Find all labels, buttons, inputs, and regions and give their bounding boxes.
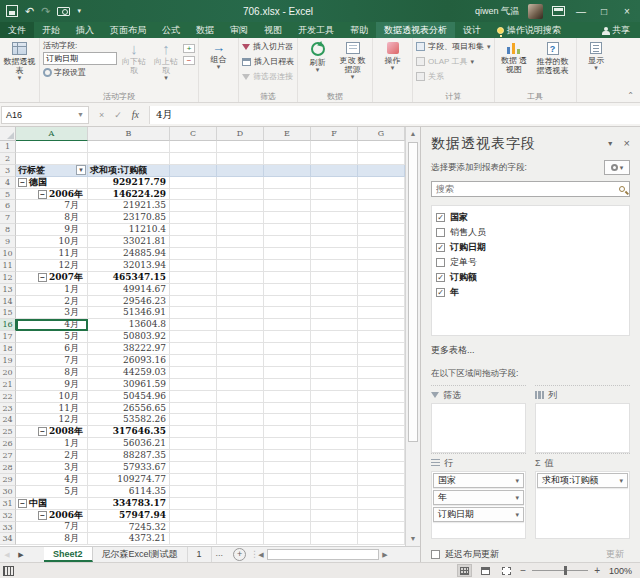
cell-B13[interactable]: 49914.67	[88, 284, 170, 296]
cancel-icon[interactable]: ×	[99, 110, 104, 120]
cell-D16[interactable]	[217, 319, 264, 331]
row-header-25[interactable]: 25	[0, 426, 16, 438]
cell-A6[interactable]: 7月	[16, 200, 88, 212]
cell-D4[interactable]	[217, 177, 264, 189]
cell-D7[interactable]	[217, 212, 264, 224]
cell-F19[interactable]	[311, 355, 358, 367]
cell-G28[interactable]	[358, 462, 405, 474]
collapse-outline-icon[interactable]: −	[18, 178, 27, 187]
cell-D29[interactable]	[217, 474, 264, 486]
cell-C24[interactable]	[170, 414, 217, 426]
field-checkbox[interactable]: ✓	[436, 213, 445, 222]
cell-G20[interactable]	[358, 367, 405, 379]
cell-G17[interactable]	[358, 331, 405, 343]
cell-A10[interactable]: 11月	[16, 248, 88, 260]
cell-F2[interactable]	[311, 153, 358, 165]
ribbon-tab-4[interactable]: 页面布局	[102, 22, 154, 38]
row-header-24[interactable]: 24	[0, 414, 16, 426]
enter-icon[interactable]: ✓	[114, 110, 122, 120]
cell-G10[interactable]	[358, 248, 405, 260]
normal-view-button[interactable]	[457, 564, 472, 577]
pivottable-button[interactable]: 数据透视表 ▾	[3, 40, 36, 91]
cell-E34[interactable]	[264, 533, 311, 545]
sheet-tab-1[interactable]: 1	[188, 547, 212, 562]
cell-G6[interactable]	[358, 200, 405, 212]
cell-D23[interactable]	[217, 403, 264, 415]
row-header-7[interactable]: 7	[0, 212, 16, 224]
cell-C8[interactable]	[170, 224, 217, 236]
cell-F32[interactable]	[311, 510, 358, 522]
insert-function-icon[interactable]: fx	[132, 109, 139, 120]
cell-D30[interactable]	[217, 486, 264, 498]
cell-F26[interactable]	[311, 438, 358, 450]
cell-F20[interactable]	[311, 367, 358, 379]
ribbon-tab-7[interactable]: 审阅	[222, 22, 256, 38]
cell-E30[interactable]	[264, 486, 311, 498]
row-header-17[interactable]: 17	[0, 331, 16, 343]
close-icon[interactable]: ×	[620, 6, 634, 17]
cell-B7[interactable]: 23170.85	[88, 212, 170, 224]
collapse-field-icon[interactable]: −	[183, 56, 195, 65]
column-header-A[interactable]: A	[16, 127, 88, 141]
cell-G24[interactable]	[358, 414, 405, 426]
scroll-down-icon[interactable]: ▼	[406, 532, 420, 546]
insert-timeline-button[interactable]: 插入日程表	[242, 55, 294, 68]
cell-C6[interactable]	[170, 200, 217, 212]
hscroll-right-icon[interactable]: ▶	[379, 547, 391, 562]
cell-E8[interactable]	[264, 224, 311, 236]
row-header-29[interactable]: 29	[0, 474, 16, 486]
ribbon-tab-8[interactable]: 视图	[256, 22, 290, 38]
column-header-E[interactable]: E	[264, 127, 311, 141]
row-header-4[interactable]: 4	[0, 177, 16, 189]
add-sheet-icon[interactable]: +	[233, 548, 246, 561]
cell-G27[interactable]	[358, 450, 405, 462]
cell-F25[interactable]	[311, 426, 358, 438]
cell-E26[interactable]	[264, 438, 311, 450]
cell-D5[interactable]	[217, 189, 264, 201]
cell-B28[interactable]: 57933.67	[88, 462, 170, 474]
name-box[interactable]: A16 ▼	[1, 106, 89, 124]
cell-A12[interactable]: −2007年	[16, 272, 88, 284]
cell-C23[interactable]	[170, 403, 217, 415]
cell-E10[interactable]	[264, 248, 311, 260]
cell-E5[interactable]	[264, 189, 311, 201]
olap-tools-button[interactable]: OLAP 工具 ▾	[416, 55, 491, 68]
cell-A28[interactable]: 3月	[16, 462, 88, 474]
cell-E1[interactable]	[264, 141, 311, 153]
row-header-28[interactable]: 28	[0, 462, 16, 474]
cell-A9[interactable]: 10月	[16, 236, 88, 248]
cell-A22[interactable]: 10月	[16, 391, 88, 403]
insert-slicer-button[interactable]: 插入切片器	[242, 40, 294, 53]
filters-dropzone[interactable]	[431, 403, 526, 453]
cell-E23[interactable]	[264, 403, 311, 415]
cell-G1[interactable]	[358, 141, 405, 153]
cell-D14[interactable]	[217, 296, 264, 308]
cell-D13[interactable]	[217, 284, 264, 296]
cell-D11[interactable]	[217, 260, 264, 272]
collapse-outline-icon[interactable]: −	[38, 427, 47, 436]
cell-E29[interactable]	[264, 474, 311, 486]
expand-field-icon[interactable]: +	[183, 44, 195, 53]
cell-F24[interactable]	[311, 414, 358, 426]
cell-G12[interactable]	[358, 272, 405, 284]
cell-D25[interactable]	[217, 426, 264, 438]
cell-D20[interactable]	[217, 367, 264, 379]
column-header-C[interactable]: C	[170, 127, 217, 141]
cell-E9[interactable]	[264, 236, 311, 248]
row-header-13[interactable]: 13	[0, 284, 16, 296]
cell-A29[interactable]: 4月	[16, 474, 88, 486]
cell-E17[interactable]	[264, 331, 311, 343]
ribbon-collapse-icon[interactable]: ⌃	[627, 91, 634, 100]
cell-E28[interactable]	[264, 462, 311, 474]
pane-close-icon[interactable]: ×	[624, 137, 630, 151]
row-header-21[interactable]: 21	[0, 379, 16, 391]
group-button[interactable]: → 组合 ▾	[202, 40, 235, 91]
cell-A14[interactable]: 2月	[16, 296, 88, 308]
cell-F14[interactable]	[311, 296, 358, 308]
cell-C28[interactable]	[170, 462, 217, 474]
row-header-19[interactable]: 19	[0, 355, 16, 367]
cell-B2[interactable]	[88, 153, 170, 165]
cell-C27[interactable]	[170, 450, 217, 462]
cell-G11[interactable]	[358, 260, 405, 272]
cell-F16[interactable]	[311, 319, 358, 331]
